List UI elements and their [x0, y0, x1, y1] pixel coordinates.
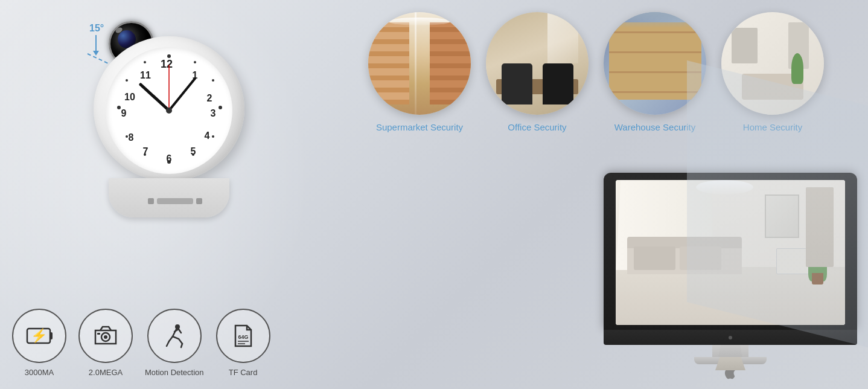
svg-line-25 — [169, 79, 195, 111]
svg-point-27 — [166, 108, 172, 114]
clock-face: 12 1 2 3 4 5 6 7 8 9 10 11 — [106, 47, 232, 174]
angle-label: 15° — [89, 23, 104, 34]
svg-point-4 — [212, 135, 214, 138]
svg-text:11: 11 — [140, 70, 151, 80]
svg-text:12: 12 — [161, 58, 173, 70]
svg-line-24 — [141, 85, 169, 111]
battery-circle: ⚡ — [12, 309, 66, 363]
svg-text:4: 4 — [205, 130, 210, 141]
motion-label: Motion Detection — [145, 368, 204, 377]
motion-icon — [159, 321, 190, 351]
monitor-stand — [712, 345, 748, 357]
use-case-office: Office Security — [486, 12, 589, 132]
battery-icon: ⚡ — [24, 321, 54, 351]
svg-text:6: 6 — [167, 153, 172, 164]
svg-text:7: 7 — [143, 146, 148, 156]
clock-sphere: 12 1 2 3 4 5 6 7 8 9 10 11 — [94, 36, 244, 181]
clock-svg: 12 1 2 3 4 5 6 7 8 9 10 11 — [106, 47, 232, 174]
feature-battery: ⚡ 3000MA — [12, 309, 66, 377]
battery-label: 3000MA — [25, 368, 54, 377]
svg-point-32 — [104, 335, 107, 339]
svg-text:10: 10 — [124, 92, 135, 102]
tfcard-label: TF Card — [229, 368, 258, 377]
svg-point-10 — [126, 79, 128, 82]
use-case-supermarket: Supermarket Security — [368, 12, 471, 132]
svg-rect-33 — [97, 333, 100, 335]
svg-point-34 — [175, 324, 180, 329]
feature-tfcard: 64G TF Card — [216, 309, 270, 377]
svg-text:9: 9 — [121, 108, 127, 118]
camera-circle — [78, 309, 133, 363]
left-section: 15° — [0, 0, 338, 389]
camera-mega-label: 2.0MEGA — [89, 368, 123, 377]
feature-camera: 2.0MEGA — [78, 309, 133, 377]
camera-icon — [91, 321, 121, 351]
clock-camera-body: 12 1 2 3 4 5 6 7 8 9 10 11 — [94, 36, 244, 217]
supermarket-label: Supermarket Security — [376, 122, 463, 132]
svg-rect-29 — [50, 332, 53, 339]
svg-text:3: 3 — [211, 108, 216, 118]
clock-ports — [157, 198, 193, 204]
monitor-camera-dot — [729, 336, 732, 339]
supermarket-circle — [368, 12, 471, 115]
svg-text:64G: 64G — [238, 334, 248, 340]
tfcard-circle: 64G — [216, 309, 270, 363]
svg-text:⚡: ⚡ — [31, 327, 48, 344]
motion-circle — [147, 309, 202, 363]
svg-point-11 — [144, 61, 146, 63]
office-image — [486, 12, 589, 115]
sdcard-icon: 64G — [228, 321, 258, 351]
svg-text:2: 2 — [207, 93, 212, 103]
svg-point-3 — [219, 106, 222, 109]
svg-text:5: 5 — [191, 146, 196, 156]
svg-text:8: 8 — [129, 132, 134, 143]
office-circle — [486, 12, 589, 115]
supermarket-image — [368, 12, 471, 115]
clock-base — [109, 178, 229, 217]
svg-point-9 — [117, 106, 121, 109]
svg-point-2 — [212, 79, 214, 82]
svg-point-1 — [194, 61, 196, 63]
svg-point-8 — [126, 135, 128, 138]
features-row: ⚡ 3000MA 2.0MEGA — [12, 309, 270, 377]
office-label: Office Security — [508, 122, 566, 132]
feature-motion: Motion Detection — [145, 309, 204, 377]
warehouse-label: Warehouse Security — [614, 122, 696, 132]
